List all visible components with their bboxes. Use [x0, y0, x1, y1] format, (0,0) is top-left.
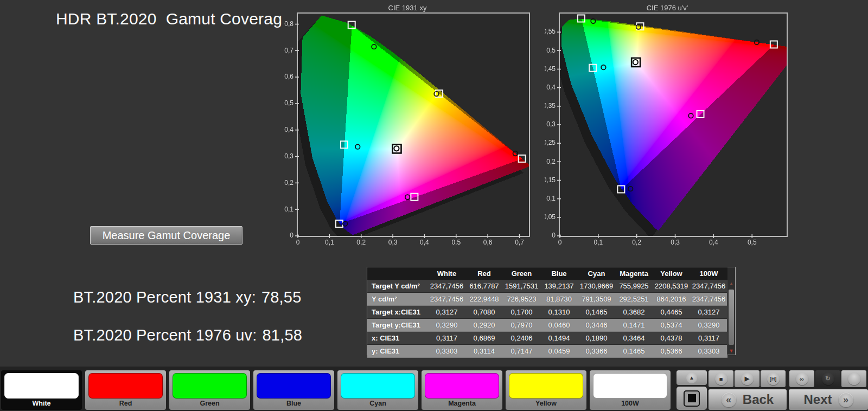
swatch-white[interactable]: White — [1, 370, 82, 410]
row-label-cell: Y cd/m² — [367, 293, 428, 306]
swatch-color-block — [509, 373, 583, 399]
back-chevron-icon: « — [722, 393, 736, 407]
swatch-cyan[interactable]: Cyan — [337, 370, 418, 410]
row-label-cell: Target y:CIE31 — [367, 319, 428, 332]
swatch-color-block — [173, 373, 247, 399]
pattern-window-icon — [684, 390, 700, 407]
table-cell: 0,5374 — [653, 319, 690, 332]
table-scrollbar[interactable]: ▲ ▼ — [727, 280, 735, 355]
table-cell: 0,5366 — [653, 345, 690, 358]
table-cell: 0,7147 — [503, 345, 540, 358]
swatch-label: Red — [85, 400, 166, 407]
table-row: Target x:CIE310,31270,70800,17000,13100,… — [367, 306, 727, 319]
page-title: HDR BT.2020 Gamut Coverage — [56, 10, 291, 28]
table-cell: 0,7970 — [503, 319, 540, 332]
table-cell: 0,0459 — [540, 345, 578, 358]
table-cell: 1730,9669 — [578, 280, 615, 293]
swatch-100w[interactable]: 100W — [590, 370, 671, 410]
swatch-color-block — [425, 373, 499, 399]
table-cell: 0,3117 — [690, 332, 727, 345]
table-row: x: CIE310,31170,68690,24060,14940,18900,… — [367, 332, 727, 345]
table-cell: 0,3303 — [428, 345, 465, 358]
pattern-bar: WhiteRedGreenBlueCyanMagentaYellow100W ▲… — [0, 367, 868, 411]
next-chevron-icon: » — [839, 393, 853, 407]
cie-1931-title: CIE 1931 xy — [282, 4, 533, 12]
cie-1976-panel: CIE 1976 u'v' — [545, 3, 790, 248]
swatch-label: 100W — [590, 400, 671, 407]
swatch-color-block — [88, 373, 163, 399]
scrollbar-thumb[interactable] — [729, 290, 734, 345]
table-cell: 2347,7456 — [428, 280, 465, 293]
scroll-down-icon[interactable]: ▼ — [727, 348, 735, 354]
table-cell: 2347,7456 — [690, 280, 727, 293]
bracket-h-button[interactable]: [H] — [761, 370, 786, 387]
back-button-label: Back — [743, 392, 774, 407]
result-1976-label: BT.2020 Percent 1976 uv: — [73, 326, 257, 344]
stop-button[interactable]: ■ — [709, 370, 733, 387]
table-cell: 864,2016 — [653, 293, 690, 306]
result-1976-value: 81,58 — [263, 326, 303, 344]
table-cell: 81,8730 — [540, 293, 578, 306]
result-1931-label: BT.2020 Percent 1931 xy: — [73, 288, 256, 306]
table-header-cell: White — [428, 267, 465, 280]
refresh-button[interactable]: ↻ — [815, 370, 840, 387]
blank-icon — [848, 373, 860, 385]
table-cell: 1591,7531 — [503, 280, 540, 293]
table-cell: 0,3114 — [465, 345, 503, 358]
measure-gamut-coverage-button[interactable]: Measure Gamut Coverage — [90, 226, 242, 245]
cie-1931-panel: CIE 1931 xy — [282, 3, 533, 248]
row-label-cell: Target Y cd/m² — [367, 280, 428, 293]
table-cell: 0,2920 — [465, 319, 503, 332]
scroll-up-icon[interactable]: ▲ — [727, 280, 735, 287]
swatch-red[interactable]: Red — [85, 370, 166, 410]
cie-1931-chart-canvas — [282, 3, 533, 248]
result-1931-value: 78,55 — [261, 288, 302, 306]
cie-1976-chart-canvas — [545, 3, 790, 248]
table-cell: 2208,5319 — [653, 280, 690, 293]
pattern-up-button[interactable]: ▲ — [676, 370, 707, 385]
table-cell: 222,9448 — [465, 293, 503, 306]
swatch-label: Blue — [253, 400, 334, 407]
table-cell: 0,0460 — [540, 319, 578, 332]
infinity-icon: ∞ — [796, 373, 808, 385]
table-cell: 0,2406 — [503, 332, 540, 345]
table-cell: 2347,7456 — [428, 293, 465, 306]
table-cell: 726,9523 — [503, 293, 540, 306]
table-header-row: WhiteRedGreenBlueCyanMagentaYellow100W — [367, 267, 727, 280]
cie-1976-title: CIE 1976 u'v' — [545, 4, 790, 12]
gamut-coverage-page: HDR BT.2020 Gamut Coverage CIE 1931 xy C… — [0, 0, 868, 411]
table-cell: 0,3303 — [690, 345, 727, 358]
result-percent-1976: BT.2020 Percent 1976 uv:81,58 — [73, 326, 302, 344]
table-cell: 0,1890 — [578, 332, 615, 345]
infinity-button[interactable]: ∞ — [789, 370, 814, 387]
swatch-green[interactable]: Green — [169, 370, 250, 410]
play-button[interactable]: ▶ — [735, 370, 760, 387]
result-percent-1931: BT.2020 Percent 1931 xy:78,55 — [73, 288, 301, 306]
table-cell: 0,3682 — [615, 306, 653, 319]
back-button[interactable]: « Back — [709, 389, 787, 410]
blank-button[interactable] — [841, 370, 866, 387]
table-cell: 0,1465 — [615, 345, 653, 358]
table-cell: 0,3446 — [578, 319, 615, 332]
table-cell: 0,3464 — [615, 332, 653, 345]
swatch-label: Cyan — [337, 400, 418, 407]
table-cell: 791,3509 — [578, 293, 615, 306]
table-cell: 0,3290 — [428, 319, 465, 332]
next-button[interactable]: Next » — [789, 389, 868, 410]
pattern-window-button[interactable] — [676, 387, 707, 410]
swatch-blue[interactable]: Blue — [253, 370, 334, 410]
row-label-cell: y: CIE31 — [367, 345, 428, 358]
next-button-label: Next — [803, 392, 832, 407]
bracket-h-icon: [H] — [767, 373, 780, 385]
table-header-cell: Red — [465, 267, 503, 280]
swatch-magenta[interactable]: Magenta — [422, 370, 502, 410]
swatch-yellow[interactable]: Yellow — [506, 370, 586, 410]
table-header-cell: Green — [503, 267, 540, 280]
table-cell: 0,7080 — [465, 306, 503, 319]
table-cell: 0,6869 — [465, 332, 503, 345]
table-cell: 0,3127 — [690, 306, 727, 319]
table-cell: 0,4465 — [653, 306, 690, 319]
table-cell: 0,1471 — [615, 319, 653, 332]
table-cell: 2347,7456 — [690, 293, 727, 306]
pattern-panel: ▲ — [676, 370, 707, 410]
